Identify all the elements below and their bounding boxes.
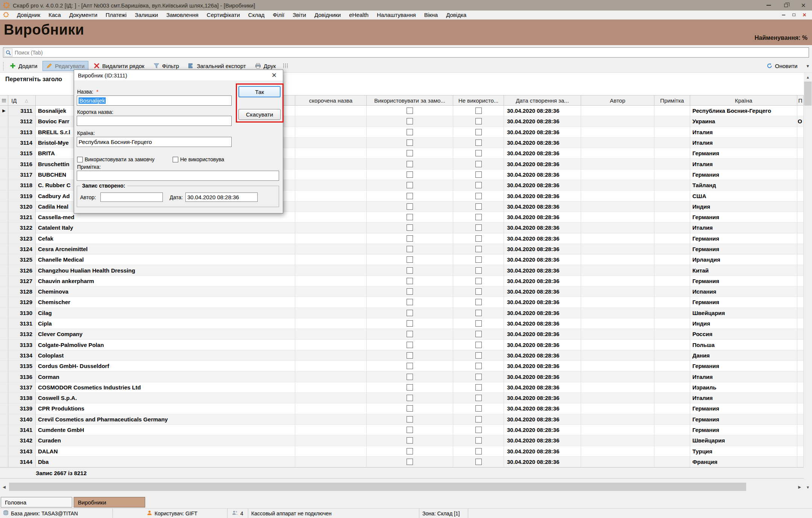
scroll-right-icon[interactable]: ▶ <box>795 482 804 491</box>
table-row[interactable]: 3143DALAN30.04.2020 08:28:36Турция <box>0 446 804 457</box>
not-use-row-checkbox[interactable] <box>475 405 482 412</box>
note-field[interactable] <box>77 171 279 181</box>
not-use-row-checkbox[interactable] <box>475 459 482 465</box>
column-header-country[interactable]: Країна <box>690 95 797 106</box>
use-default-row-checkbox[interactable] <box>407 108 413 114</box>
use-default-row-checkbox[interactable] <box>407 299 413 305</box>
use-default-row-checkbox[interactable] <box>407 267 413 274</box>
not-use-row-checkbox[interactable] <box>475 161 482 167</box>
column-chooser-icon[interactable] <box>282 63 289 69</box>
search-box[interactable] <box>3 47 809 58</box>
cancel-button[interactable]: Скасувати <box>238 109 281 120</box>
use-default-row-checkbox[interactable] <box>407 150 413 156</box>
use-default-row-checkbox[interactable] <box>407 405 413 412</box>
horizontal-scrollbar[interactable]: ◀ ▶ <box>0 482 804 491</box>
use-default-row-checkbox[interactable] <box>407 182 413 188</box>
table-row[interactable]: 3132Clever Company30.04.2020 08:28:36Рос… <box>0 329 804 339</box>
table-row[interactable]: 3129Chemischer30.04.2020 08:28:36Германи… <box>0 297 804 307</box>
minimize-button[interactable] <box>760 0 777 11</box>
menu-item-Каса[interactable]: Каса <box>44 11 65 19</box>
not-use-row-checkbox[interactable] <box>475 342 482 348</box>
not-use-row-checkbox[interactable] <box>475 416 482 423</box>
vertical-scroll-thumb[interactable] <box>804 82 812 106</box>
not-use-checkbox-box[interactable] <box>173 157 178 162</box>
mdi-minimize-button[interactable] <box>778 11 789 19</box>
column-header-short-name[interactable]: скорочена назва <box>295 95 367 106</box>
use-default-row-checkbox[interactable] <box>407 320 413 327</box>
use-default-row-checkbox[interactable] <box>407 288 413 295</box>
dialog-close-icon[interactable]: ✕ <box>269 71 279 79</box>
name-field[interactable]: Bosnalijek <box>77 95 232 106</box>
use-default-row-checkbox[interactable] <box>407 395 413 401</box>
use-default-row-checkbox[interactable] <box>407 363 413 369</box>
dialog-titlebar[interactable]: Виробник (ID:3111) ✕ <box>74 70 283 80</box>
table-row[interactable]: 3133Colgate-Palmolive Polan30.04.2020 08… <box>0 340 804 350</box>
not-use-row-checkbox[interactable] <box>475 150 482 156</box>
table-row[interactable]: 3131Cipla30.04.2020 08:28:36Индия <box>0 318 804 329</box>
use-default-row-checkbox[interactable] <box>407 459 413 465</box>
not-use-checkbox[interactable]: Не використовува <box>173 156 231 162</box>
not-use-row-checkbox[interactable] <box>475 193 482 199</box>
mdi-close-button[interactable]: × <box>799 11 810 19</box>
column-header-author[interactable]: Автор <box>581 95 654 106</box>
not-use-row-checkbox[interactable] <box>475 448 482 454</box>
not-use-row-checkbox[interactable] <box>475 299 482 305</box>
not-use-row-checkbox[interactable] <box>475 288 482 295</box>
column-header-id[interactable]: ІД△ <box>8 95 36 106</box>
menu-item-Філії[interactable]: Філії <box>269 11 288 19</box>
not-use-row-checkbox[interactable] <box>475 437 482 444</box>
menu-item-Довідник[interactable]: Довідник <box>13 11 44 19</box>
table-row[interactable]: 3128Cheminova30.04.2020 08:28:36Испания <box>0 286 804 297</box>
table-row[interactable]: 3121Cassella-med30.04.2020 08:28:36Герма… <box>0 212 804 223</box>
table-row[interactable]: 3130Cilag30.04.2020 08:28:36Швейцария <box>0 308 804 318</box>
not-use-row-checkbox[interactable] <box>475 224 482 231</box>
use-default-row-checkbox[interactable] <box>407 331 413 337</box>
column-header-p[interactable]: П <box>797 95 804 106</box>
use-default-checkbox-box[interactable] <box>77 157 83 162</box>
use-default-row-checkbox[interactable] <box>407 256 413 263</box>
use-default-row-checkbox[interactable] <box>407 214 413 220</box>
table-row[interactable]: 3141Cumdente GmbH30.04.2020 08:28:36Герм… <box>0 425 804 435</box>
search-input[interactable] <box>15 48 809 57</box>
search-icon[interactable] <box>4 48 12 57</box>
column-header-note[interactable]: Примітка <box>654 95 690 106</box>
use-default-row-checkbox[interactable] <box>407 278 413 284</box>
restore-button[interactable] <box>777 0 795 11</box>
toolbar-drag-handle[interactable] <box>2 62 4 70</box>
menu-item-Довідка[interactable]: Довідка <box>442 11 471 19</box>
tab-home[interactable]: Головна <box>1 497 72 507</box>
mdi-restore-button[interactable] <box>789 11 799 19</box>
table-row[interactable]: 3134Coloplast30.04.2020 08:28:36Дания <box>0 350 804 361</box>
column-header-not-use[interactable]: Не використо... <box>453 95 504 106</box>
table-row[interactable]: 3122Catalent Italy30.04.2020 08:28:36Ита… <box>0 223 804 233</box>
not-use-row-checkbox[interactable] <box>475 363 482 369</box>
scroll-up-icon[interactable]: ▲ <box>804 73 812 81</box>
use-default-row-checkbox[interactable] <box>407 427 413 433</box>
table-row[interactable]: 3142Curaden30.04.2020 08:28:36Швейцария <box>0 435 804 446</box>
menu-item-eHealth[interactable]: eHealth <box>345 11 373 19</box>
not-use-row-checkbox[interactable] <box>475 320 482 327</box>
not-use-row-checkbox[interactable] <box>475 352 482 359</box>
menu-item-Звіти[interactable]: Звіти <box>288 11 310 19</box>
use-default-row-checkbox[interactable] <box>407 416 413 423</box>
table-row[interactable]: 3125Chanelle Medical30.04.2020 08:28:36И… <box>0 254 804 265</box>
not-use-row-checkbox[interactable] <box>475 395 482 401</box>
use-default-row-checkbox[interactable] <box>407 448 413 454</box>
not-use-row-checkbox[interactable] <box>475 235 482 242</box>
use-default-row-checkbox[interactable] <box>407 246 413 252</box>
close-button[interactable]: × <box>795 0 812 11</box>
table-row[interactable]: 3144Dba30.04.2020 08:28:36Франция <box>0 457 804 467</box>
menu-item-Платежі[interactable]: Платежі <box>102 11 131 19</box>
not-use-row-checkbox[interactable] <box>475 384 482 391</box>
table-row[interactable]: 3136Corman30.04.2020 08:28:36Италия <box>0 371 804 382</box>
use-default-row-checkbox[interactable] <box>407 310 413 316</box>
use-default-row-checkbox[interactable] <box>407 374 413 380</box>
not-use-row-checkbox[interactable] <box>475 129 482 135</box>
not-use-row-checkbox[interactable] <box>475 246 482 252</box>
use-default-row-checkbox[interactable] <box>407 235 413 242</box>
menu-item-Документи[interactable]: Документи <box>65 11 102 19</box>
not-use-row-checkbox[interactable] <box>475 331 482 337</box>
table-row[interactable]: 3123Cefak30.04.2020 08:28:36Германия <box>0 233 804 244</box>
not-use-row-checkbox[interactable] <box>475 427 482 433</box>
use-default-row-checkbox[interactable] <box>407 224 413 231</box>
